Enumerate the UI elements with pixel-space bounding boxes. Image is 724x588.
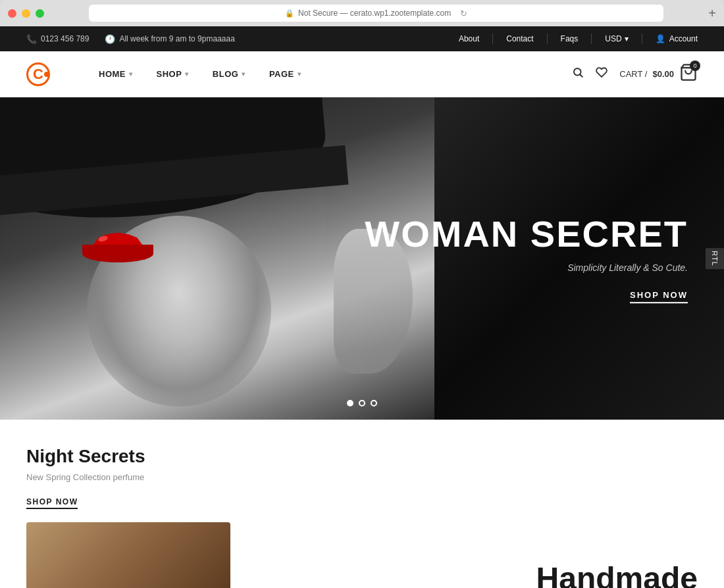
divider xyxy=(591,34,592,44)
handmade-title: Handmade xyxy=(536,563,698,588)
nav-item-page[interactable]: PAGE ▾ xyxy=(260,64,310,84)
nav-item-blog[interactable]: BLOG ▾ xyxy=(203,64,255,84)
divider xyxy=(642,34,642,44)
nav-home-label: HOME xyxy=(99,69,126,79)
nav-links: HOME ▾ SHOP ▾ BLOG ▾ PAGE ▾ xyxy=(90,64,572,84)
cart-icon-wrap: 0 xyxy=(679,63,698,86)
night-secrets-section: Night Secrets New Spring Collection perf… xyxy=(26,446,145,509)
divider xyxy=(547,34,548,44)
hero-slider: WOMAN SECRET Simplicity Literally & So C… xyxy=(0,97,724,420)
currency-selector[interactable]: USD ▾ xyxy=(605,34,628,43)
faqs-link[interactable]: Faqs xyxy=(561,34,579,43)
nav-shop-label: SHOP xyxy=(157,69,182,79)
nav-item-shop[interactable]: SHOP ▾ xyxy=(147,64,198,84)
chevron-down-icon: ▾ xyxy=(185,70,189,78)
chevron-down-icon: ▾ xyxy=(129,70,133,78)
hero-content: WOMAN SECRET Simplicity Literally & So C… xyxy=(365,214,688,303)
account-button[interactable]: 👤 Account xyxy=(656,34,698,43)
close-button[interactable] xyxy=(8,9,16,18)
maximize-button[interactable] xyxy=(36,9,44,18)
site-logo[interactable]: C xyxy=(26,62,50,86)
nav-blog-label: BLOG xyxy=(213,69,239,79)
main-navigation: C HOME ▾ SHOP ▾ BLOG ▾ PAGE xyxy=(0,51,724,97)
hours-info: 🕐 All week from 9 am to 9pmaaaaa xyxy=(105,34,234,44)
browser-window: 🔒 Not Secure — cerato.wp1.zootemplate.co… xyxy=(0,0,724,588)
hours-text: All week from 9 am to 9pmaaaaa xyxy=(119,34,234,43)
nav-page-label: PAGE xyxy=(269,69,294,79)
cart-count-badge: 0 xyxy=(690,61,700,71)
lip-lower xyxy=(82,245,153,262)
nav-item-home[interactable]: HOME ▾ xyxy=(90,64,142,84)
address-bar[interactable]: 🔒 Not Secure — cerato.wp1.zootemplate.co… xyxy=(89,5,663,22)
cart-amount: $0.00 xyxy=(652,69,674,79)
slider-dot-3[interactable] xyxy=(371,400,377,406)
phone-number: 0123 456 789 xyxy=(41,34,89,43)
top-bar: 📞 0123 456 789 🕐 All week from 9 am to 9… xyxy=(0,26,724,51)
wishlist-icon[interactable] xyxy=(596,66,608,82)
top-bar-left: 📞 0123 456 789 🕐 All week from 9 am to 9… xyxy=(26,34,235,44)
account-label: Account xyxy=(669,34,698,43)
address-text: Not Secure — cerato.wp1.zootemplate.com xyxy=(298,9,451,18)
svg-line-1 xyxy=(581,74,582,76)
nav-right-icons: CART / $0.00 0 xyxy=(572,63,698,86)
cart-button[interactable]: CART / $0.00 0 xyxy=(619,63,698,86)
hero-lips xyxy=(78,233,157,262)
phone-icon: 📞 xyxy=(26,34,37,44)
refresh-icon[interactable]: ↻ xyxy=(460,9,467,18)
logo-circle: C xyxy=(26,62,50,86)
hero-cta-button[interactable]: SHOP NOW xyxy=(630,290,688,303)
hero-title: WOMAN SECRET xyxy=(365,214,688,255)
user-icon: 👤 xyxy=(656,34,665,43)
hero-subtitle: Simplicity Literally & So Cute. xyxy=(365,262,688,273)
rtl-label: RTL xyxy=(706,248,724,269)
logo-dot xyxy=(44,72,49,77)
handmade-section: Handmade xyxy=(536,563,698,588)
slider-dots xyxy=(347,400,377,406)
cart-label: CART / xyxy=(619,69,647,79)
minimize-button[interactable] xyxy=(22,9,30,18)
new-tab-button[interactable]: + xyxy=(708,6,716,21)
preview-card-1 xyxy=(26,522,230,588)
clock-icon: 🕐 xyxy=(105,34,115,44)
top-bar-right: About Contact Faqs USD ▾ 👤 Account xyxy=(459,34,698,44)
browser-titlebar: 🔒 Not Secure — cerato.wp1.zootemplate.co… xyxy=(0,0,724,26)
slider-dot-1[interactable] xyxy=(347,400,353,406)
night-secrets-title: Night Secrets xyxy=(26,446,145,467)
night-secrets-cta[interactable]: SHOP NOW xyxy=(26,497,78,509)
site-wrapper: 📞 0123 456 789 🕐 All week from 9 am to 9… xyxy=(0,26,724,588)
chevron-down-icon: ▾ xyxy=(297,70,301,78)
logo-letter: C xyxy=(33,67,43,82)
divider xyxy=(492,34,493,44)
chevron-down-icon: ▾ xyxy=(242,70,246,78)
night-secrets-subtitle: New Spring Collection perfume xyxy=(26,472,145,482)
bottom-preview: Handmade xyxy=(0,509,724,588)
lock-icon: 🔒 xyxy=(285,9,294,18)
hero-background: WOMAN SECRET Simplicity Literally & So C… xyxy=(0,97,724,420)
chevron-down-icon: ▾ xyxy=(625,34,629,43)
contact-link[interactable]: Contact xyxy=(506,34,533,43)
about-link[interactable]: About xyxy=(459,34,479,43)
currency-label: USD xyxy=(605,34,621,43)
slider-dot-2[interactable] xyxy=(359,400,365,406)
content-row: Night Secrets New Spring Collection perf… xyxy=(0,420,724,509)
search-icon[interactable] xyxy=(572,66,584,82)
phone-info: 📞 0123 456 789 xyxy=(26,34,89,44)
